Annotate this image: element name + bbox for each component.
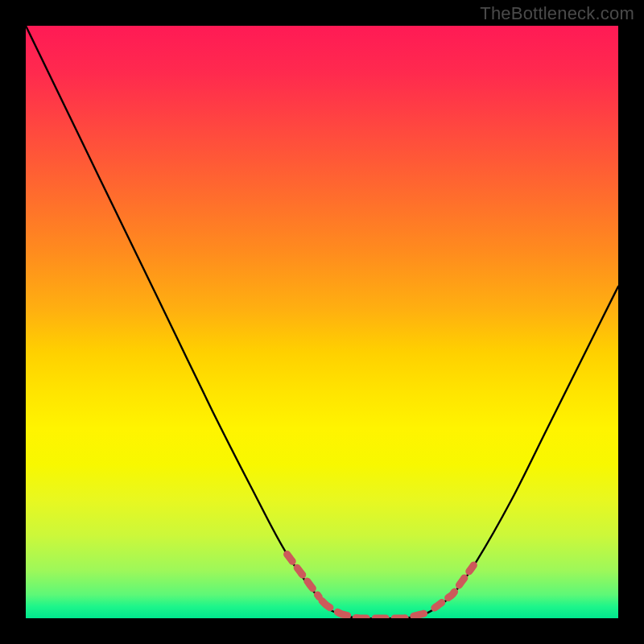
watermark-text: TheBottleneck.com bbox=[480, 3, 634, 24]
chart-dotted-left bbox=[287, 555, 320, 597]
chart-curve bbox=[26, 26, 618, 618]
chart-svg bbox=[26, 26, 618, 618]
chart-curve-group bbox=[26, 26, 618, 618]
chart-dotted-bottom bbox=[322, 601, 431, 618]
chart-frame: TheBottleneck.com bbox=[0, 0, 644, 644]
chart-plot-area bbox=[26, 26, 618, 618]
chart-dotted-right bbox=[435, 565, 474, 608]
